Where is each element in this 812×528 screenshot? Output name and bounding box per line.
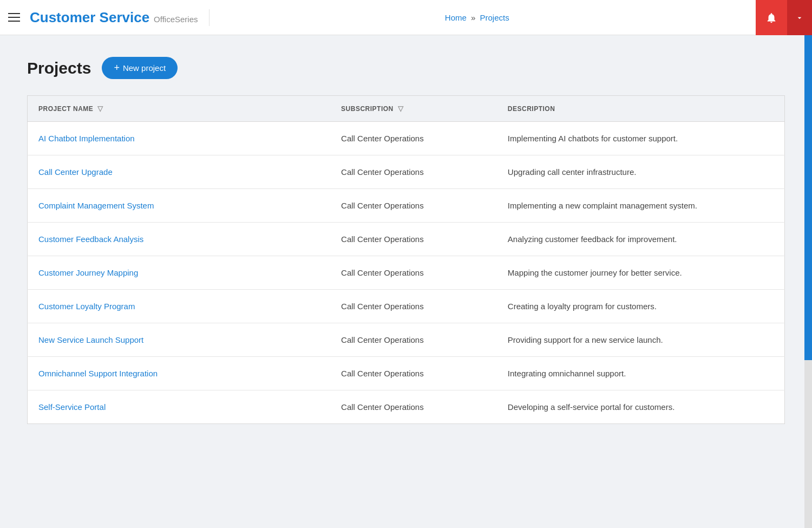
projects-table: PROJECT NAME ▽ SUBSCRIPTION ▽ DESCRIPTIO… [27,95,785,424]
subscription-cell: Call Center Operations [330,155,497,189]
description-cell: Implementing a new complaint management … [497,189,785,223]
table-row: New Service Launch SupportCall Center Op… [28,323,785,357]
subscription-cell: Call Center Operations [330,290,497,323]
project-link[interactable]: Customer Feedback Analysis [38,234,143,244]
project-link[interactable]: Customer Loyalty Program [38,302,135,311]
project-link[interactable]: Complaint Management System [38,201,154,210]
table-row: Customer Feedback AnalysisCall Center Op… [28,223,785,256]
breadcrumb-home[interactable]: Home [445,13,467,22]
column-header-description: DESCRIPTION [497,96,785,122]
description-cell: Upgrading call center infrastructure. [497,155,785,189]
description-cell: Developing a self-service portal for cus… [497,390,785,424]
table-row: Customer Loyalty ProgramCall Center Oper… [28,290,785,323]
project-name-cell: Omnichannel Support Integration [28,357,331,390]
subscription-cell: Call Center Operations [330,122,497,155]
filter-subscription-icon[interactable]: ▽ [398,105,404,113]
scrollbar-thumb[interactable] [804,35,812,360]
description-cell: Implementing AI chatbots for customer su… [497,122,785,155]
project-link[interactable]: AI Chatbot Implementation [38,134,135,143]
bell-icon [765,12,777,24]
page-header: Projects + New project [27,57,785,79]
project-name-cell: Customer Journey Mapping [28,256,331,290]
table-row: Complaint Management SystemCall Center O… [28,189,785,223]
table-row: AI Chatbot ImplementationCall Center Ope… [28,122,785,155]
description-cell: Integrating omnichannel support. [497,357,785,390]
table-body: AI Chatbot ImplementationCall Center Ope… [28,122,785,424]
chevron-down-icon [795,14,804,22]
subscription-cell: Call Center Operations [330,357,497,390]
breadcrumb-current: Projects [480,13,509,22]
breadcrumb: Home » Projects [445,13,509,22]
main-content: Projects + New project PROJECT NAME ▽ SU… [0,35,812,446]
breadcrumb-separator: » [471,13,475,22]
project-link[interactable]: New Service Launch Support [38,335,143,344]
project-name-cell: New Service Launch Support [28,323,331,357]
notifications-button[interactable] [756,0,787,35]
project-name-cell: Complaint Management System [28,189,331,223]
plus-icon: + [114,62,120,74]
column-header-project-name: PROJECT NAME ▽ [28,96,331,122]
scrollbar[interactable] [804,35,812,528]
hamburger-menu-icon[interactable] [8,13,20,22]
suite-name: OfficeSeries [154,15,198,24]
table-row: Omnichannel Support IntegrationCall Cent… [28,357,785,390]
project-name-cell: Customer Feedback Analysis [28,223,331,256]
subscription-cell: Call Center Operations [330,223,497,256]
new-project-button[interactable]: + New project [102,57,178,79]
table-row: Call Center UpgradeCall Center Operation… [28,155,785,189]
project-link[interactable]: Call Center Upgrade [38,167,113,177]
project-link[interactable]: Self-Service Portal [38,402,106,412]
filter-project-name-icon[interactable]: ▽ [97,105,103,113]
description-cell: Analyzing customer feedback for improvem… [497,223,785,256]
app-title: Customer Service [30,9,149,26]
project-name-cell: Call Center Upgrade [28,155,331,189]
subscription-cell: Call Center Operations [330,323,497,357]
project-name-cell: AI Chatbot Implementation [28,122,331,155]
table-header: PROJECT NAME ▽ SUBSCRIPTION ▽ DESCRIPTIO… [28,96,785,122]
table-row: Self-Service PortalCall Center Operation… [28,390,785,424]
project-link[interactable]: Customer Journey Mapping [38,268,138,277]
subscription-cell: Call Center Operations [330,256,497,290]
description-cell: Providing support for a new service laun… [497,323,785,357]
project-name-cell: Customer Loyalty Program [28,290,331,323]
column-header-subscription: SUBSCRIPTION ▽ [330,96,497,122]
page-title: Projects [27,59,91,77]
subscription-cell: Call Center Operations [330,390,497,424]
user-dropdown-button[interactable] [787,0,812,35]
subscription-cell: Call Center Operations [330,189,497,223]
description-cell: Creating a loyalty program for customers… [497,290,785,323]
header-actions [756,0,812,35]
brand-section: Customer Service OfficeSeries [30,9,209,26]
description-cell: Mapping the customer journey for better … [497,256,785,290]
table-row: Customer Journey MappingCall Center Oper… [28,256,785,290]
project-name-cell: Self-Service Portal [28,390,331,424]
new-project-label: New project [123,63,166,73]
app-header: Customer Service OfficeSeries Home » Pro… [0,0,812,35]
project-link[interactable]: Omnichannel Support Integration [38,369,158,378]
